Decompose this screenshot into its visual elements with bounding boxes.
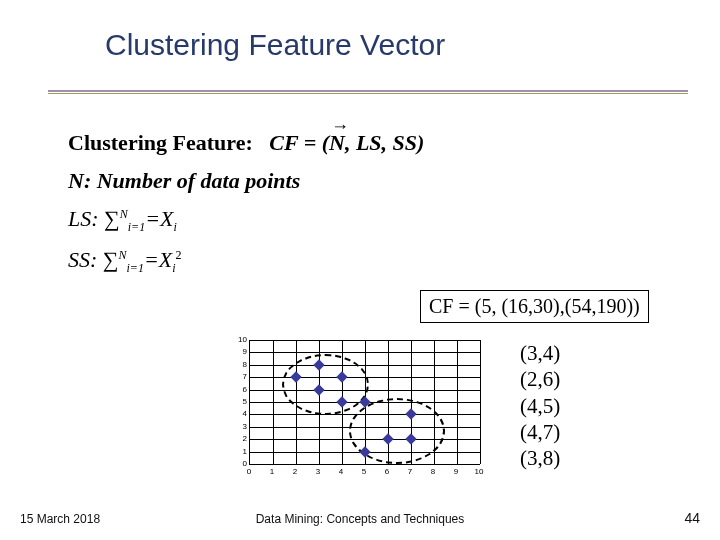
ls-formula: LS: ∑Ni=1=Xi: [68, 206, 658, 235]
y-tick-label: 9: [235, 347, 247, 356]
x-tick-label: 8: [431, 467, 435, 476]
y-tick-label: 1: [235, 447, 247, 456]
x-tick-label: 0: [247, 467, 251, 476]
x-tick-label: 2: [293, 467, 297, 476]
cf-label: Clustering Feature:: [68, 130, 253, 155]
slide: Clustering Feature Vector Clustering Fea…: [0, 0, 720, 540]
y-tick-label: 7: [235, 372, 247, 381]
ls-label: LS:: [68, 206, 99, 231]
title-rule: [48, 90, 688, 94]
n-definition: N: Number of data points: [68, 168, 300, 193]
y-tick-label: 5: [235, 397, 247, 406]
cf-definition-line: Clustering Feature: CF = (N, LS, SS) →: [68, 130, 658, 156]
ss-formula: SS: ∑Ni=1=Xi2: [68, 247, 658, 276]
x-tick-label: 9: [454, 467, 458, 476]
y-tick-label: 3: [235, 422, 247, 431]
data-points-list: (3,4) (2,6) (4,5) (4,7) (3,8): [520, 340, 560, 471]
y-tick-label: 10: [235, 335, 247, 344]
y-tick-label: 8: [235, 360, 247, 369]
x-tick-label: 6: [385, 467, 389, 476]
sigma-icon: ∑: [103, 247, 119, 272]
plot-area: [249, 340, 480, 465]
x-tick-label: 4: [339, 467, 343, 476]
cluster-ellipse: [282, 354, 369, 415]
y-tick-label: 2: [235, 434, 247, 443]
scatter-chart: 012345678910012345678910: [235, 340, 483, 476]
point-5: (3,8): [520, 445, 560, 471]
footer-page-number: 44: [684, 510, 700, 526]
y-tick-label: 4: [235, 409, 247, 418]
sigma-icon: ∑: [104, 206, 120, 231]
y-tick-label: 6: [235, 385, 247, 394]
cf-example-box: CF = (5, (16,30),(54,190)): [420, 290, 649, 323]
point-2: (2,6): [520, 366, 560, 392]
point-1: (3,4): [520, 340, 560, 366]
slide-body: Clustering Feature: CF = (N, LS, SS) → N…: [68, 130, 658, 289]
point-3: (4,5): [520, 393, 560, 419]
x-tick-label: 1: [270, 467, 274, 476]
footer-title: Data Mining: Concepts and Techniques: [0, 512, 720, 526]
vector-arrow-icon: →: [331, 116, 349, 137]
x-tick-label: 5: [362, 467, 366, 476]
point-4: (4,7): [520, 419, 560, 445]
ss-label: SS:: [68, 247, 97, 272]
x-tick-label: 7: [408, 467, 412, 476]
x-tick-label: 10: [475, 467, 484, 476]
x-tick-label: 3: [316, 467, 320, 476]
slide-title: Clustering Feature Vector: [105, 28, 445, 62]
y-tick-label: 0: [235, 459, 247, 468]
